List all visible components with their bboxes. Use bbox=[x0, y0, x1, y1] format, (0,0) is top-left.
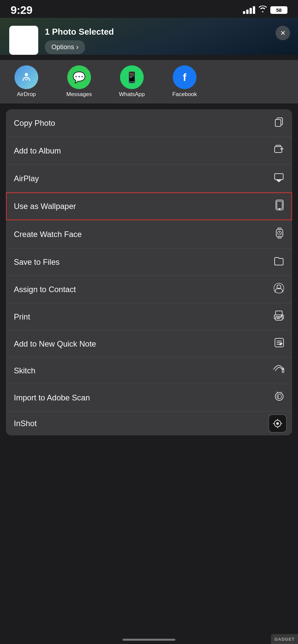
app-item-airdrop[interactable]: AirDrop bbox=[0, 65, 53, 98]
airdrop-label: AirDrop bbox=[17, 91, 36, 98]
skitch-icon bbox=[273, 365, 284, 376]
save-to-files-icon bbox=[274, 256, 284, 268]
action-import-adobe-scan[interactable]: Import to Adobe Scan f bbox=[6, 384, 292, 412]
messages-icon: 💬 bbox=[67, 65, 91, 89]
whatsapp-label: WhatsApp bbox=[119, 91, 145, 98]
action-add-to-album[interactable]: Add to Album bbox=[6, 137, 292, 165]
svg-line-17 bbox=[280, 233, 281, 234]
svg-marker-8 bbox=[276, 180, 282, 182]
svg-point-0 bbox=[25, 73, 28, 76]
copy-photo-icon bbox=[274, 117, 284, 129]
action-airplay[interactable]: AirPlay bbox=[6, 165, 292, 192]
svg-rect-10 bbox=[277, 201, 282, 209]
svg-point-24 bbox=[282, 316, 283, 317]
watch-face-icon bbox=[275, 227, 284, 241]
action-print[interactable]: Print bbox=[6, 303, 292, 330]
apps-row: AirDrop 💬 Messages 📱 WhatsApp f Facebook bbox=[0, 60, 298, 103]
svg-point-11 bbox=[279, 209, 280, 210]
add-to-album-icon bbox=[274, 144, 284, 157]
action-create-watch-face[interactable]: Create Watch Face bbox=[6, 220, 292, 249]
photo-thumbnail bbox=[9, 26, 38, 55]
action-copy-photo[interactable]: Copy Photo bbox=[6, 109, 292, 137]
action-use-as-wallpaper[interactable]: Use as Wallpaper bbox=[6, 192, 292, 220]
messages-label: Messages bbox=[66, 91, 92, 98]
action-assign-to-contact[interactable]: Assign to Contact bbox=[6, 276, 292, 303]
signal-bars-icon bbox=[243, 6, 255, 14]
share-title: 1 Photo Selected bbox=[45, 27, 289, 37]
svg-rect-20 bbox=[276, 311, 282, 315]
share-sheet-header: 1 Photo Selected Options › ✕ bbox=[0, 18, 298, 55]
status-icons: 58 bbox=[243, 6, 287, 14]
action-skitch[interactable]: Skitch bbox=[6, 357, 292, 384]
battery-icon: 58 bbox=[270, 6, 287, 14]
svg-rect-13 bbox=[278, 228, 281, 229]
share-title-section: 1 Photo Selected Options › bbox=[45, 27, 289, 54]
options-button[interactable]: Options › bbox=[45, 40, 85, 54]
watermark: GADGET bbox=[271, 634, 298, 644]
close-button[interactable]: ✕ bbox=[276, 26, 290, 40]
facebook-icon: f bbox=[173, 65, 196, 89]
airdrop-icon bbox=[15, 65, 38, 89]
action-inshot[interactable]: InShot bbox=[6, 412, 292, 435]
svg-point-32 bbox=[276, 422, 279, 425]
action-add-quick-note[interactable]: Add to New Quick Note bbox=[6, 330, 292, 357]
inshot-icon bbox=[268, 414, 287, 433]
wallpaper-icon bbox=[275, 200, 284, 213]
status-time: 9:29 bbox=[11, 4, 32, 17]
app-item-whatsapp[interactable]: 📱 WhatsApp bbox=[105, 65, 158, 98]
action-list: Copy Photo Add to Album AirPlay bbox=[6, 109, 292, 435]
svg-rect-14 bbox=[278, 237, 281, 238]
app-item-facebook[interactable]: f Facebook bbox=[158, 65, 211, 98]
action-save-to-files[interactable]: Save to Files bbox=[6, 249, 292, 276]
home-indicator bbox=[123, 639, 175, 641]
svg-rect-4 bbox=[276, 145, 281, 147]
whatsapp-icon: 📱 bbox=[120, 65, 144, 89]
airplay-icon bbox=[274, 172, 284, 185]
svg-rect-2 bbox=[275, 119, 281, 126]
wifi-icon bbox=[258, 6, 267, 14]
svg-text:f: f bbox=[278, 394, 279, 399]
status-bar: 9:29 58 bbox=[0, 0, 298, 18]
svg-rect-3 bbox=[275, 147, 282, 153]
assign-contact-icon bbox=[274, 283, 284, 296]
svg-point-28 bbox=[275, 392, 283, 400]
app-item-messages[interactable]: 💬 Messages bbox=[53, 65, 105, 98]
svg-rect-7 bbox=[275, 174, 283, 180]
print-icon bbox=[274, 311, 284, 323]
quick-note-icon bbox=[274, 338, 284, 350]
facebook-label: Facebook bbox=[172, 91, 197, 98]
adobe-scan-icon: f bbox=[274, 391, 284, 404]
